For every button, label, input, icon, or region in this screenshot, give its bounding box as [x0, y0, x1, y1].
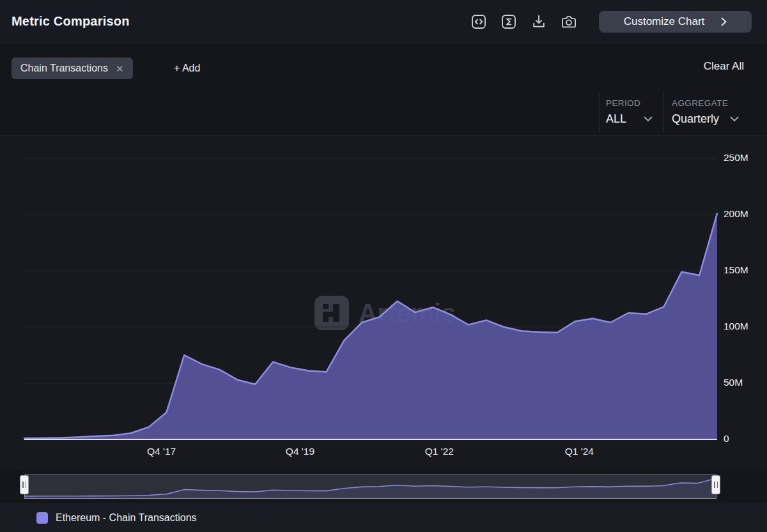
chevron-down-icon — [644, 116, 653, 122]
chevron-right-icon — [721, 17, 727, 26]
add-metric-button[interactable]: + Add — [170, 57, 204, 79]
aggregate-value: Quarterly — [672, 112, 719, 126]
svg-text:150M: 150M — [724, 264, 748, 275]
page-title: Metric Comparison — [12, 14, 130, 29]
svg-text:Q4 '17: Q4 '17 — [147, 446, 176, 457]
aggregate-select[interactable]: AGGREGATE Quarterly — [672, 98, 739, 126]
svg-text:Q4 '19: Q4 '19 — [286, 446, 314, 457]
chevron-down-icon — [730, 116, 739, 122]
divider — [599, 93, 600, 133]
metric-chip-label: Chain Transactions — [20, 63, 108, 74]
legend-label: Ethereum - Chain Transactions — [56, 512, 197, 524]
brush-minimap — [25, 475, 716, 498]
download-icon — [531, 13, 547, 30]
area-chart-canvas[interactable]: 050M100M150M200M250MQ4 '17Q4 '19Q1 '22Q1… — [0, 136, 767, 470]
formula-button[interactable] — [500, 13, 518, 31]
sigma-icon — [500, 13, 517, 30]
download-button[interactable] — [530, 13, 548, 31]
chart-area: Artemis 050M100M150M200M250MQ4 '17Q4 '19… — [0, 135, 767, 469]
svg-text:Q1 '22: Q1 '22 — [425, 446, 454, 457]
svg-text:200M: 200M — [724, 208, 748, 219]
toolbar: Customize Chart — [470, 11, 752, 33]
brush-handle-left[interactable] — [20, 475, 29, 494]
embed-code-button[interactable] — [470, 13, 488, 31]
header: Metric Comparison — [0, 0, 767, 43]
svg-text:250M: 250M — [724, 152, 748, 163]
period-label: PERIOD — [606, 98, 653, 108]
filter-bar: Chain Transactions ✕ + Add Clear All — [0, 43, 767, 89]
svg-text:100M: 100M — [724, 321, 748, 331]
legend-swatch[interactable] — [36, 512, 48, 524]
brush-handle-right[interactable] — [711, 475, 720, 494]
legend: Ethereum - Chain Transactions — [0, 503, 767, 532]
svg-text:0: 0 — [724, 433, 729, 444]
customize-chart-button[interactable]: Customize Chart — [599, 11, 752, 33]
chart-controls: PERIOD ALL AGGREGATE Quarterly — [0, 89, 767, 135]
period-select[interactable]: PERIOD ALL — [606, 98, 653, 126]
period-value: ALL — [606, 112, 626, 126]
customize-chart-label: Customize Chart — [624, 15, 705, 28]
camera-icon — [561, 13, 577, 30]
chip-close-icon[interactable]: ✕ — [116, 64, 124, 73]
metric-chip[interactable]: Chain Transactions ✕ — [12, 57, 133, 79]
clear-all-button[interactable]: Clear All — [704, 60, 744, 73]
brush-track[interactable] — [24, 475, 717, 499]
screenshot-button[interactable] — [560, 13, 578, 31]
embed-code-icon — [470, 13, 487, 30]
svg-text:Q1 '24: Q1 '24 — [565, 446, 594, 457]
aggregate-label: AGGREGATE — [672, 98, 739, 108]
divider — [663, 93, 664, 133]
metric-comparison-app: Metric Comparison — [0, 0, 767, 532]
svg-text:50M: 50M — [724, 377, 743, 388]
time-range-brush — [0, 469, 767, 503]
